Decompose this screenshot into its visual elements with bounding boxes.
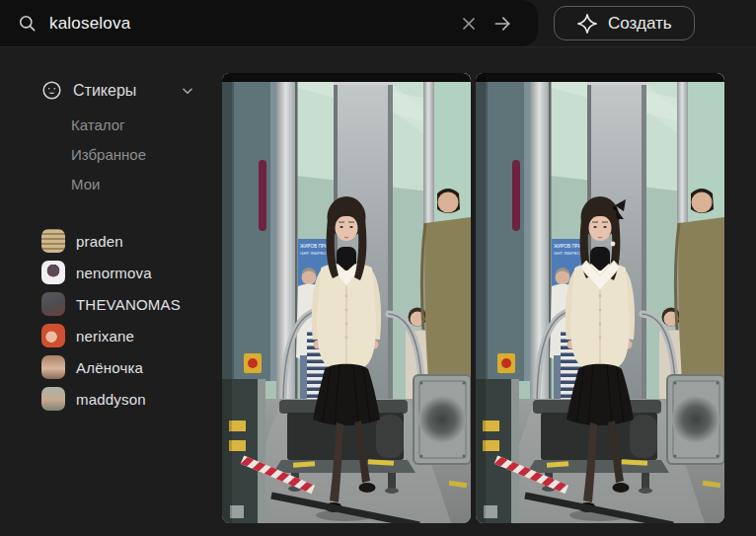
avatar — [41, 355, 65, 379]
sidebar-channel-alyonochka[interactable]: Алёночка — [41, 355, 222, 379]
avatar — [41, 292, 65, 316]
sidebar: Стикеры Каталог Избранное Мои praden nen… — [0, 47, 222, 536]
search-icon — [18, 14, 37, 33]
result-video-2[interactable] — [476, 73, 724, 523]
channel-list: praden nenormova THEVANOMAS nerixane Алё… — [41, 229, 222, 411]
sidebar-section-label: Стикеры — [73, 82, 170, 100]
topbar: kaloselova Создать — [0, 0, 756, 47]
sidebar-channel-nerixane[interactable]: nerixane — [41, 324, 222, 347]
result-video-1[interactable] — [222, 73, 471, 523]
channel-name: Алёночка — [76, 359, 143, 376]
create-button-label: Создать — [608, 14, 672, 34]
avatar — [41, 229, 65, 253]
sidebar-item-mine[interactable]: Мои — [71, 176, 222, 193]
sidebar-channel-praden[interactable]: praden — [41, 229, 222, 253]
avatar — [41, 387, 65, 411]
sidebar-channel-nenormova[interactable]: nenormova — [41, 261, 222, 284]
channel-name: maddyson — [76, 391, 146, 408]
sidebar-channel-thevanomas[interactable]: THEVANOMAS — [41, 292, 222, 316]
channel-name: THEVANOMAS — [76, 296, 181, 313]
create-button[interactable]: Создать — [554, 6, 695, 40]
search-input[interactable]: kaloselova — [49, 14, 459, 34]
sparkle-icon — [576, 13, 598, 35]
search-actions — [459, 14, 512, 34]
submit-search-icon[interactable] — [492, 14, 512, 34]
search-bar[interactable]: kaloselova — [0, 0, 538, 46]
channel-name: praden — [76, 233, 123, 250]
channel-name: nenormova — [76, 265, 152, 281]
avatar — [41, 261, 65, 284]
clear-search-icon[interactable] — [459, 14, 479, 34]
search-results: ЖИРОВ ПРИ ПОДГ GHT INSPECTION — [222, 47, 724, 536]
sidebar-item-catalog[interactable]: Каталог — [71, 116, 222, 134]
sidebar-channel-maddyson[interactable]: maddyson — [41, 387, 222, 411]
avatar — [41, 324, 65, 347]
chevron-down-icon[interactable] — [181, 84, 194, 98]
sidebar-sublinks: Каталог Избранное Мои — [71, 116, 222, 193]
sticker-smiley-icon — [41, 80, 62, 101]
channel-name: nerixane — [76, 328, 134, 345]
sidebar-item-favorites[interactable]: Избранное — [71, 146, 222, 164]
sidebar-section-stickers[interactable]: Стикеры — [41, 80, 194, 101]
